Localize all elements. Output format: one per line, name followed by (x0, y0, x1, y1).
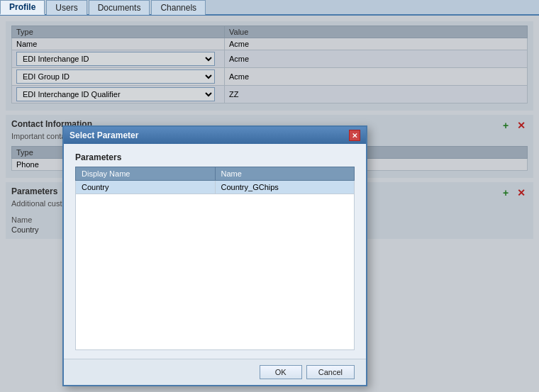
tab-channels[interactable]: Channels (151, 0, 206, 15)
select-parameter-dialog: Select Parameter ✕ Parameters Display Na… (62, 125, 367, 386)
dialog-col-name: Name (215, 167, 355, 181)
main-content: Type Value Name Acme EDI Interchange ID (0, 16, 539, 392)
tab-users[interactable]: Users (46, 0, 87, 15)
dialog-titlebar: Select Parameter ✕ (64, 127, 366, 144)
dialog-col-display: Display Name (76, 167, 216, 181)
dialog-body: Parameters Display Name Name Country Cou… (64, 144, 366, 359)
dialog-empty-area (75, 194, 355, 350)
tab-bar: Profile Users Documents Channels (0, 0, 539, 16)
ok-button[interactable]: OK (260, 365, 302, 379)
dialog-section-label: Parameters (75, 152, 355, 162)
dialog-row-name: Country_GChips (215, 181, 355, 194)
cancel-button[interactable]: Cancel (306, 365, 355, 379)
dialog-table-row[interactable]: Country Country_GChips (76, 181, 355, 194)
tab-documents[interactable]: Documents (89, 0, 150, 15)
tab-profile[interactable]: Profile (0, 0, 45, 15)
dialog-row-display: Country (76, 181, 216, 194)
dialog-footer: OK Cancel (64, 359, 366, 385)
dialog-title: Select Parameter (70, 130, 138, 140)
dialog-close-button[interactable]: ✕ (349, 130, 360, 141)
dialog-parameters-table: Display Name Name Country Country_GChips (75, 167, 355, 194)
